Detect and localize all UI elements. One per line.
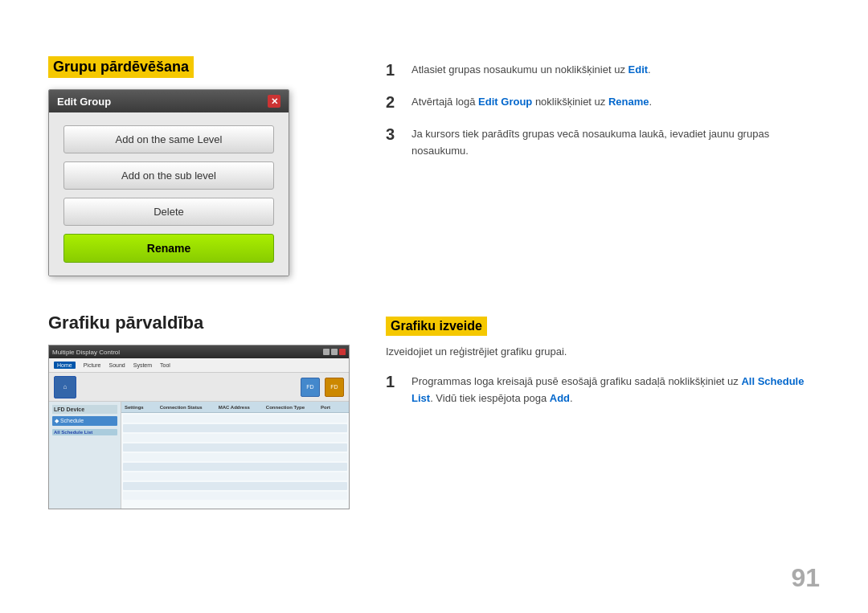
table-row <box>123 472 347 480</box>
step-2: 2 Atvērtajā logā Edit Group noklikšķinie… <box>386 92 820 112</box>
bottom-left-column: Grafiku pārvaldība Multiple Display Cont… <box>48 313 354 509</box>
table-row <box>123 424 347 432</box>
step-1: 1 Atlasiet grupas nosaukumu un noklikšķi… <box>386 60 820 80</box>
sw-icon-fault-device2[interactable]: FD <box>325 378 344 397</box>
grafiku-intro-text: Izveidojiet un reģistrējiet grafiku grup… <box>386 344 820 361</box>
sw-window-title: Multiple Display Control <box>52 349 120 356</box>
page-container: Grupu pārdēvēšana Edit Group ✕ Add on th… <box>0 0 868 613</box>
sw-sidebar: LFD Device ◆ Schedule All Schedule List <box>49 402 121 509</box>
sw-body: LFD Device ◆ Schedule All Schedule List … <box>49 402 349 509</box>
sw-schedule-item[interactable]: ◆ Schedule <box>52 416 117 426</box>
bottom-step-1-number: 1 <box>386 372 402 391</box>
top-content: Grupu pārdēvēšana Edit Group ✕ Add on th… <box>48 56 820 276</box>
table-row <box>123 434 347 442</box>
sw-menu-system[interactable]: System <box>133 362 152 368</box>
left-column-top: Grupu pārdēvēšana Edit Group ✕ Add on th… <box>48 56 354 276</box>
sw-menu-sound[interactable]: Sound <box>108 362 125 368</box>
sw-close-btn[interactable] <box>339 349 346 355</box>
bottom-right-column: Grafiku izveide Izveidojiet un reģistrēj… <box>386 313 820 509</box>
sw-window-buttons <box>323 349 346 355</box>
table-row <box>123 415 347 423</box>
table-row <box>123 453 347 461</box>
steps-list-bottom: 1 Programmas loga kreisajā pusē esošajā … <box>386 372 820 407</box>
rename-button[interactable]: Rename <box>63 234 274 263</box>
step-3: 3 Ja kursors tiek parādīts grupas vecā n… <box>386 125 820 160</box>
sw-icon-fault-device[interactable]: FD <box>301 378 320 397</box>
edit-link-1: Edit <box>628 63 649 76</box>
rename-link: Rename <box>608 96 649 108</box>
sw-th-conn-status: Connection Status <box>160 405 203 410</box>
dialog-titlebar: Edit Group ✕ <box>49 90 289 112</box>
add-link: Add <box>550 392 570 404</box>
sw-th-port: Port <box>321 405 330 410</box>
sw-minimize-btn[interactable] <box>323 349 330 355</box>
table-row <box>123 482 347 490</box>
grafiku-parvaldiba-title: Grafiku pārvaldība <box>48 313 354 333</box>
step-1-text: Atlasiet grupas nosaukumu un noklikšķini… <box>411 60 651 79</box>
step-3-text: Ja kursors tiek parādīts grupas vecā nos… <box>411 125 820 160</box>
add-sub-level-button[interactable]: Add on the sub level <box>63 161 274 190</box>
steps-list-top: 1 Atlasiet grupas nosaukumu un noklikšķi… <box>386 60 820 160</box>
sw-th-mac: MAC Address <box>219 405 250 410</box>
sw-main-area: Settings Connection Status MAC Address C… <box>121 402 349 509</box>
sw-th-settings: Settings <box>125 405 144 410</box>
step-2-number: 2 <box>386 92 402 112</box>
sw-all-schedule-list[interactable]: All Schedule List <box>52 429 117 435</box>
sw-maximize-btn[interactable] <box>331 349 338 355</box>
all-schedule-list-link: All Schedule List <box>411 375 804 404</box>
dialog-body: Add on the same Level Add on the sub lev… <box>49 112 289 276</box>
grafiku-izveide-title: Grafiku izveide <box>386 317 487 336</box>
right-column-top: 1 Atlasiet grupas nosaukumu un noklikšķi… <box>386 56 820 276</box>
sw-menu-picture[interactable]: Picture <box>84 362 101 368</box>
sw-titlebar: Multiple Display Control <box>49 345 349 358</box>
bottom-content: Grafiku pārvaldība Multiple Display Cont… <box>48 313 820 509</box>
sw-lfd-device-header: LFD Device <box>52 405 117 414</box>
sw-toolbar: ⌂ FD FD <box>49 373 349 402</box>
step-2-text: Atvērtajā logā Edit Group noklikšķiniet … <box>411 92 652 111</box>
delete-button[interactable]: Delete <box>63 198 274 226</box>
table-row <box>123 443 347 452</box>
software-screenshot: Multiple Display Control Home Picture So… <box>48 345 350 509</box>
bottom-step-1: 1 Programmas loga kreisajā pusē esošajā … <box>386 372 820 407</box>
sw-menu-bar: Home Picture Sound System Tool <box>49 358 349 373</box>
add-same-level-button[interactable]: Add on the same Level <box>63 125 274 153</box>
sw-menu-tool[interactable]: Tool <box>160 362 170 368</box>
sw-icon-home[interactable]: ⌂ <box>54 376 76 398</box>
step-3-number: 3 <box>386 125 402 144</box>
edit-group-dialog: Edit Group ✕ Add on the same Level Add o… <box>48 89 289 276</box>
sw-table-header: Settings Connection Status MAC Address C… <box>121 402 349 413</box>
table-row <box>123 492 347 500</box>
edit-group-link: Edit Group <box>478 96 532 108</box>
bottom-step-1-text: Programmas loga kreisajā pusē esošajā gr… <box>411 372 820 407</box>
sw-table-rows <box>121 413 349 503</box>
table-row <box>123 463 347 471</box>
page-number: 91 <box>791 563 820 593</box>
step-1-number: 1 <box>386 60 402 80</box>
section-title-grupas: Grupu pārdēvēšana <box>48 56 194 78</box>
dialog-close-button[interactable]: ✕ <box>268 95 280 108</box>
dialog-title: Edit Group <box>57 96 111 108</box>
sw-th-conn-type: Connection Type <box>266 405 305 410</box>
sw-menu-home[interactable]: Home <box>54 362 76 369</box>
